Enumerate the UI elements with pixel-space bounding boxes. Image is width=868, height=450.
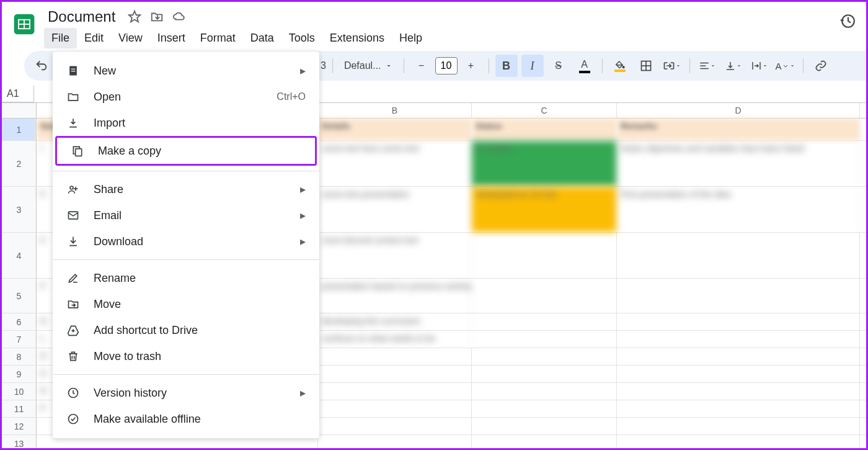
menu-format[interactable]: Format — [193, 28, 243, 48]
bold-button[interactable]: B — [495, 55, 518, 77]
cell[interactable] — [472, 418, 617, 434]
row-header[interactable]: 11 — [2, 400, 37, 417]
row-header[interactable]: 5 — [2, 279, 37, 313]
cell[interactable]: Status — [472, 119, 617, 140]
menu-open[interactable]: Open Ctrl+O — [53, 84, 319, 110]
sheets-logo[interactable] — [12, 12, 37, 37]
menu-import[interactable]: Import — [53, 110, 319, 136]
cell[interactable] — [472, 400, 617, 417]
increase-font-button[interactable]: + — [460, 55, 482, 77]
cell[interactable] — [318, 366, 472, 382]
cell[interactable] — [472, 331, 617, 348]
row-header[interactable]: 7 — [2, 331, 37, 348]
italic-button[interactable]: I — [521, 55, 544, 77]
row-header[interactable]: 10 — [2, 383, 37, 400]
menu-share[interactable]: Share ▸ — [53, 176, 319, 202]
cell[interactable] — [617, 313, 860, 330]
cell[interactable]: some text here some text — [318, 141, 472, 186]
menu-extensions[interactable]: Extensions — [322, 28, 392, 48]
cell[interactable] — [472, 383, 617, 400]
cell[interactable] — [472, 435, 617, 450]
cell[interactable] — [617, 400, 860, 417]
menu-rename[interactable]: Rename — [53, 265, 319, 291]
vertical-align-button[interactable] — [722, 55, 745, 77]
cell[interactable] — [617, 348, 860, 365]
row-header[interactable]: 3 — [2, 187, 37, 232]
history-icon[interactable] — [840, 13, 856, 32]
menu-add-shortcut[interactable]: Add shortcut to Drive — [53, 317, 319, 343]
text-rotation-button[interactable]: A — [774, 55, 797, 77]
menu-email[interactable]: Email ▸ — [53, 202, 319, 228]
cell[interactable]: presentation based on previous activity — [318, 279, 472, 313]
cell[interactable] — [472, 348, 617, 365]
horizontal-align-button[interactable] — [696, 55, 719, 77]
row-header[interactable]: 2 — [2, 141, 37, 186]
cell[interactable] — [617, 418, 860, 434]
column-header-c[interactable]: C — [472, 103, 617, 118]
link-button[interactable] — [810, 55, 832, 77]
cell[interactable] — [318, 383, 472, 400]
cell[interactable]: Remarks — [617, 119, 860, 140]
move-folder-icon[interactable] — [150, 10, 164, 24]
row-header[interactable]: 12 — [2, 418, 37, 434]
menu-insert[interactable]: Insert — [150, 28, 193, 48]
cell[interactable]: Notes objectives and variables have been… — [617, 141, 860, 186]
cell[interactable]: Scheduled on 20 Oct — [472, 187, 617, 232]
merge-cells-button[interactable] — [661, 55, 683, 77]
borders-button[interactable] — [635, 55, 657, 77]
column-header-d[interactable]: D — [617, 103, 860, 118]
undo-button[interactable] — [30, 55, 53, 77]
menu-help[interactable]: Help — [392, 28, 430, 48]
menu-move[interactable]: Move — [53, 291, 319, 317]
row-header[interactable]: 1 — [2, 119, 37, 140]
select-all-corner[interactable] — [2, 103, 37, 118]
cell[interactable] — [318, 400, 472, 417]
cell[interactable]: continue on what needs to be — [318, 331, 472, 348]
column-header-b[interactable]: B — [318, 103, 472, 118]
cell[interactable] — [318, 348, 472, 365]
cell[interactable] — [318, 435, 472, 450]
cell[interactable] — [617, 383, 860, 400]
menu-trash[interactable]: Move to trash — [53, 343, 319, 369]
menu-offline[interactable]: Make available offline — [53, 406, 319, 432]
name-box[interactable]: A1 — [2, 86, 34, 102]
cell[interactable] — [472, 366, 617, 382]
cell[interactable] — [472, 279, 617, 313]
text-color-button[interactable]: A — [574, 55, 596, 77]
menu-new[interactable]: New ▸ — [53, 58, 319, 84]
star-icon[interactable] — [128, 10, 141, 24]
decrease-font-button[interactable]: − — [410, 55, 433, 77]
cell[interactable]: Details — [318, 119, 472, 140]
font-family-select[interactable]: Defaul... — [339, 58, 397, 74]
row-header[interactable]: 8 — [2, 348, 37, 365]
cell[interactable] — [472, 233, 617, 278]
menu-version-history[interactable]: Version history ▸ — [53, 380, 319, 406]
strikethrough-button[interactable]: S — [547, 55, 570, 77]
row-header[interactable]: 9 — [2, 366, 37, 382]
cell[interactable]: First presentation of the idea — [617, 187, 860, 232]
font-size-input[interactable] — [435, 57, 458, 74]
cell[interactable]: some text presentation — [318, 187, 472, 232]
menu-tools[interactable]: Tools — [281, 28, 322, 48]
menu-edit[interactable]: Edit — [77, 28, 111, 48]
cell[interactable]: developing the curriculum — [318, 313, 472, 330]
menu-file[interactable]: File — [44, 28, 77, 48]
cell[interactable] — [617, 435, 860, 450]
row-header[interactable]: 4 — [2, 233, 37, 278]
menu-view[interactable]: View — [111, 28, 150, 48]
fill-color-button[interactable] — [609, 55, 631, 77]
cell[interactable] — [617, 366, 860, 382]
cell[interactable]: more blurred content text — [318, 233, 472, 278]
cell[interactable] — [617, 331, 860, 348]
row-header[interactable]: 13 — [2, 435, 37, 450]
cell[interactable] — [318, 418, 472, 434]
cell[interactable] — [617, 279, 860, 313]
cell[interactable] — [472, 313, 617, 330]
cell[interactable]: Complete — [472, 141, 617, 186]
menu-download[interactable]: Download ▸ — [53, 228, 319, 254]
text-wrap-button[interactable] — [748, 55, 771, 77]
menu-make-a-copy[interactable]: Make a copy — [57, 138, 315, 164]
menu-data[interactable]: Data — [243, 28, 281, 48]
cloud-saved-icon[interactable] — [172, 10, 186, 24]
row-header[interactable]: 6 — [2, 313, 37, 330]
